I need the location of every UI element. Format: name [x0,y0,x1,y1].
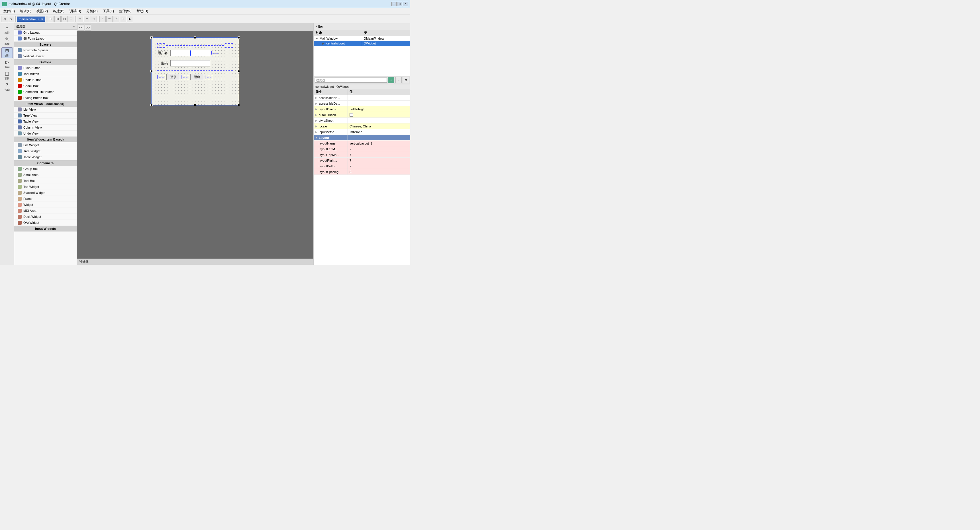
widget-item-list-view[interactable]: List View [14,107,76,113]
widget-item-v-spacer[interactable]: Vertical Spacer [14,53,76,59]
sidebar-welcome-btn[interactable]: ⌂ 欢迎 [2,24,13,35]
toolbar-btn-1[interactable]: ◁ [1,16,7,22]
canvas-content[interactable]: ←→ ←→ 用户名: ←→ 密码: [77,31,313,259]
widget-item-dialog-button[interactable]: Dialog Button Box [14,95,76,101]
login-button[interactable]: 登录 [166,74,180,80]
menu-file[interactable]: 文件(E) [1,8,17,14]
handle-mid-left[interactable] [150,70,153,72]
widget-item-frame[interactable]: Frame [14,196,76,202]
prop-row-autofill[interactable]: ▶ autoFillBack... [313,112,410,118]
props-add-btn[interactable]: + [388,77,394,83]
sidebar-design-btn[interactable]: ⊞ 设计 [2,47,13,58]
prop-row-layout-direction[interactable]: ▶ layoutDirecti... LeftToRight [313,106,410,112]
toolbar-align-3[interactable]: ⊣ [91,16,97,22]
canvas-btn-1[interactable]: ◁◁ [78,24,84,30]
expand-icon-mainwindow[interactable]: ▼ [315,37,319,40]
handle-top-right[interactable] [238,37,240,39]
widget-item-dock-widget[interactable]: Dock Widget [14,214,76,220]
prop-row-layout-spacing[interactable]: layoutSpacing 5 [313,169,410,175]
object-tree[interactable]: ▼ MainWindow QMainWindow ▶ centralwidget… [313,36,410,76]
widget-item-push-button[interactable]: Push Button [14,65,76,71]
menu-debug[interactable]: 调试(D) [67,8,83,14]
widget-item-list-widget[interactable]: List Widget [14,142,76,148]
toolbar-grid-1[interactable]: ⋮ [99,16,106,22]
close-tab-icon[interactable]: × [41,18,43,21]
tree-row-centralwidget[interactable]: ▶ centralwidget QWidget [313,41,410,46]
maximize-button[interactable]: □ [397,2,402,6]
toolbar-align-1[interactable]: ⊨ [77,16,83,22]
widget-item-tool-box[interactable]: Tool Box [14,178,76,184]
widget-item-form-layout[interactable]: 88 Form Layout [14,36,76,42]
toolbar-grid-4[interactable]: ⊹ [120,16,126,22]
menu-analyze[interactable]: 分析(A) [84,8,100,14]
handle-top-left[interactable] [150,37,153,39]
props-filter-input[interactable] [315,78,387,83]
widget-item-column-view[interactable]: Column View [14,125,76,131]
prop-row-layout-botto[interactable]: layoutBotto... 7 [313,163,410,169]
widget-item-radio-button[interactable]: Radio Button [14,77,76,83]
form-canvas[interactable]: ←→ ←→ 用户名: ←→ 密码: [151,37,239,105]
toolbar-align-2[interactable]: ⊢ [84,16,90,22]
menu-tools[interactable]: 工具(T) [100,8,116,14]
widget-item-group-box[interactable]: Group Box [14,166,76,172]
prop-row-layout-name[interactable]: layoutName verticalLayout_2 [313,140,410,146]
password-input[interactable] [170,60,210,66]
widget-item-tool-button[interactable]: Tool Button [14,71,76,77]
widget-item-mdi-area[interactable]: MDI Area [14,208,76,214]
minimize-button[interactable]: ─ [391,2,396,6]
widget-item-stacked-widget[interactable]: Stacked Widget [14,190,76,196]
widget-item-scroll-area[interactable]: Scroll Area [14,172,76,178]
widget-item-undo-view[interactable]: Undo View [14,131,76,137]
toolbar-layout-3[interactable]: ⊠ [61,16,67,22]
prop-row-layout-topma[interactable]: layoutTopMa... 7 [313,152,410,158]
handle-bot-left[interactable] [150,104,153,106]
logout-button[interactable]: 退出 [190,74,204,80]
handle-mid-right[interactable] [238,70,240,72]
widget-item-table-view[interactable]: Table View [14,118,76,125]
toolbar-layout-4[interactable]: ☰ [68,16,74,22]
widget-item-tab-widget[interactable]: Tab Widget [14,184,76,190]
file-tab[interactable]: mainwindow.ui × [17,16,45,22]
toolbar-layout-1[interactable]: ⊟ [48,16,54,22]
menu-build[interactable]: 构建(B) [51,8,67,14]
prop-row-layout-leftm[interactable]: layoutLeftM... 7 [313,146,410,152]
sidebar-debug-btn[interactable]: ▷ 调试 [2,59,13,70]
prop-row-inputmethod[interactable]: ▶ inputMetho... ImhNone [313,129,410,135]
widget-item-tree-view[interactable]: Tree View [14,113,76,118]
menu-view[interactable]: 视图(V) [34,8,50,14]
menu-controls[interactable]: 控件(W) [117,8,134,14]
canvas-btn-2[interactable]: ▷▷ [85,24,91,30]
menu-edit[interactable]: 编辑(E) [18,8,33,14]
widget-item-command-link[interactable]: Command Link Button [14,89,76,95]
prop-row-locale[interactable]: ▶ locale Chinese, China [313,123,410,129]
prop-row-stylesheet[interactable]: ▶ styleSheet [313,118,410,123]
sidebar-help-btn[interactable]: ? 帮助 [2,81,13,93]
autofill-checkbox[interactable] [350,113,353,117]
toolbar-btn-2[interactable]: ▷ [8,16,14,22]
sidebar-edit-btn[interactable]: ✎ 编辑 [2,36,13,47]
toolbar-layout-2[interactable]: ⊞ [54,16,61,22]
menu-help[interactable]: 帮助(H) [134,8,150,14]
expand-icon-central[interactable]: ▶ [322,42,325,45]
widget-item-tree-widget[interactable]: Tree Widget [14,148,76,154]
widget-item-qax-widget[interactable]: QAxWidget [14,220,76,226]
handle-bot-right[interactable] [238,104,240,106]
close-button[interactable]: × [403,2,408,6]
widget-item-widget[interactable]: Widget [14,202,76,208]
handle-bot-center[interactable] [194,104,196,106]
toolbar-grid-3[interactable]: ⋰ [113,16,119,22]
widget-item-table-widget[interactable]: Table Widget [14,154,76,160]
widget-item-h-spacer[interactable]: Horizontal Spacer [14,47,76,53]
toolbar-grid-2[interactable]: ⋯ [106,16,113,22]
sidebar-projects-btn[interactable]: ◫ 项目 [2,70,13,81]
props-minus-btn[interactable]: − [395,77,402,83]
window-controls[interactable]: ─ □ × [391,2,408,6]
prop-row-accessible-name[interactable]: ▶ accessibleNa... [313,95,410,101]
prop-row-accessible-desc[interactable]: ▶ accessibleDe... [313,101,410,106]
tree-row-mainwindow[interactable]: ▼ MainWindow QMainWindow [313,36,410,41]
props-settings-btn[interactable]: ⚙ [403,77,409,83]
handle-top-center[interactable] [194,37,196,39]
widget-item-grid-layout[interactable]: Grid Layout [14,30,76,36]
toolbar-preview[interactable]: ▶ [127,16,133,22]
prop-row-layout-right[interactable]: layoutRight... 7 [313,158,410,163]
